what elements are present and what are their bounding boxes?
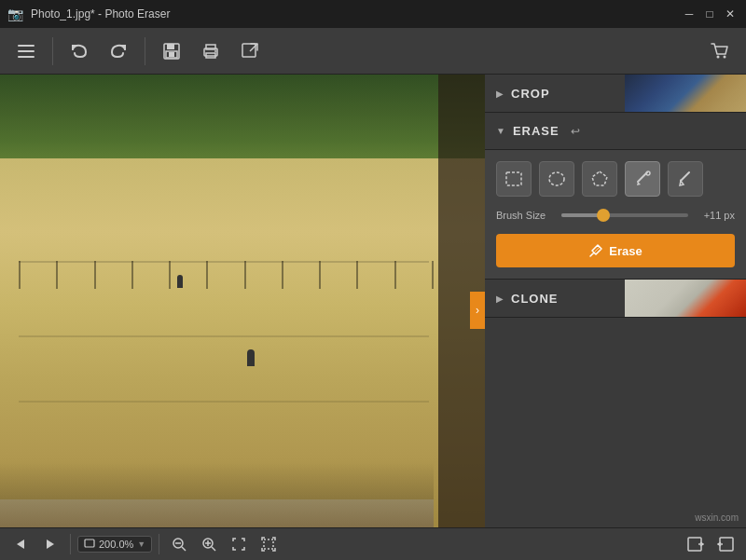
share-button[interactable] bbox=[233, 34, 267, 68]
brush-tool[interactable] bbox=[625, 161, 660, 197]
close-button[interactable]: ✕ bbox=[722, 6, 739, 22]
fit-screen-button[interactable] bbox=[226, 532, 252, 556]
brush-size-label: Brush Size bbox=[496, 210, 552, 221]
brush-size-row: Brush Size +11 px bbox=[496, 210, 735, 221]
crop-title: CROP bbox=[511, 87, 550, 101]
svg-point-18 bbox=[646, 171, 650, 175]
brush-size-value: +11 px bbox=[698, 210, 735, 221]
brush-slider[interactable] bbox=[561, 213, 688, 217]
svg-point-14 bbox=[724, 55, 726, 58]
maximize-button[interactable]: □ bbox=[701, 6, 718, 22]
polygon-lasso-tool[interactable] bbox=[582, 161, 617, 197]
erase-title: ERASE bbox=[513, 124, 560, 138]
menu-button[interactable] bbox=[9, 34, 43, 68]
window-controls: ─ □ ✕ bbox=[681, 6, 739, 22]
erase-button[interactable]: Erase bbox=[496, 234, 735, 267]
svg-marker-21 bbox=[17, 540, 24, 549]
next-frame-button[interactable] bbox=[37, 532, 63, 556]
brush-slider-container[interactable] bbox=[561, 213, 688, 217]
to-canvas-button[interactable] bbox=[683, 532, 709, 556]
svg-rect-0 bbox=[18, 45, 35, 47]
svg-line-12 bbox=[250, 44, 257, 51]
erase-arrow: ▼ bbox=[496, 126, 505, 136]
rect-select-tool[interactable] bbox=[496, 161, 532, 197]
svg-line-19 bbox=[681, 172, 689, 181]
save-button[interactable] bbox=[155, 34, 188, 68]
right-panel: ▶ CROP ▼ ERASE ↩ bbox=[485, 75, 746, 527]
svg-rect-23 bbox=[85, 540, 94, 547]
crop-section: ▶ CROP bbox=[485, 75, 746, 113]
brush-slider-thumb[interactable] bbox=[597, 209, 610, 222]
svg-marker-22 bbox=[47, 540, 54, 549]
tool-buttons-row bbox=[496, 161, 735, 197]
zoom-out-button[interactable] bbox=[166, 532, 192, 556]
bottom-separator-1 bbox=[70, 534, 71, 554]
zoom-in-button[interactable] bbox=[196, 532, 222, 556]
lasso-tool[interactable] bbox=[539, 161, 574, 197]
title-text: Photo_1.jpg* - Photo Eraser bbox=[31, 7, 170, 20]
svg-point-10 bbox=[214, 50, 216, 52]
erase-button-label: Erase bbox=[609, 244, 642, 258]
minimize-button[interactable]: ─ bbox=[681, 6, 698, 22]
clone-title: CLONE bbox=[511, 292, 559, 306]
svg-line-25 bbox=[182, 547, 186, 551]
app-icon: 📷 bbox=[7, 7, 23, 21]
clone-thumbnail bbox=[625, 280, 746, 317]
crop-header[interactable]: ▶ CROP bbox=[485, 75, 746, 112]
erase-button-icon bbox=[588, 243, 603, 258]
panel-scroll-arrow[interactable]: › bbox=[470, 292, 485, 329]
svg-rect-4 bbox=[167, 44, 174, 49]
erase-header[interactable]: ▼ ERASE ↩ bbox=[485, 113, 746, 150]
zoom-dropdown-arrow: ▼ bbox=[137, 540, 145, 549]
zoom-value: 200.0% bbox=[99, 539, 133, 550]
toolbar-separator-1 bbox=[52, 37, 53, 65]
fit-selection-button[interactable] bbox=[256, 532, 282, 556]
zoom-display[interactable]: 200.0% ▼ bbox=[77, 536, 152, 553]
erase-content: Brush Size +11 px Erase bbox=[485, 150, 746, 279]
svg-rect-6 bbox=[169, 52, 174, 57]
title-bar: 📷 Photo_1.jpg* - Photo Eraser ─ □ ✕ bbox=[0, 0, 746, 28]
toolbar bbox=[0, 28, 746, 75]
main-area: ▶ CROP ▼ ERASE ↩ bbox=[0, 75, 746, 527]
svg-line-28 bbox=[212, 547, 215, 551]
erase-section: ▼ ERASE ↩ bbox=[485, 113, 746, 280]
clone-header[interactable]: ▶ CLONE bbox=[485, 280, 746, 317]
crop-arrow: ▶ bbox=[496, 89, 504, 99]
from-canvas-button[interactable] bbox=[712, 532, 739, 556]
photo-display bbox=[0, 75, 485, 527]
clone-section: ▶ CLONE bbox=[485, 280, 746, 318]
erase-icon: ↩ bbox=[571, 125, 580, 138]
svg-point-16 bbox=[549, 172, 564, 185]
svg-rect-15 bbox=[506, 172, 521, 185]
bottom-toolbar: 200.0% ▼ bbox=[0, 527, 746, 560]
clone-arrow: ▶ bbox=[496, 294, 504, 304]
svg-rect-31 bbox=[264, 540, 273, 549]
toolbar-separator-2 bbox=[145, 37, 145, 65]
crop-thumbnail bbox=[625, 75, 746, 112]
redo-button[interactable] bbox=[102, 34, 135, 68]
prev-frame-button[interactable] bbox=[7, 532, 34, 556]
svg-rect-2 bbox=[18, 56, 35, 58]
zoom-display-icon bbox=[84, 539, 95, 550]
cart-button[interactable] bbox=[703, 34, 737, 68]
print-button[interactable] bbox=[194, 34, 228, 68]
panel-empty-space bbox=[485, 318, 746, 527]
brush-slider-track bbox=[561, 213, 600, 217]
title-bar-left: 📷 Photo_1.jpg* - Photo Eraser bbox=[7, 7, 170, 21]
watermark: wsxin.com bbox=[695, 512, 739, 523]
svg-rect-11 bbox=[242, 44, 256, 57]
svg-rect-1 bbox=[18, 50, 35, 52]
bottom-separator-2 bbox=[159, 534, 159, 554]
eraser-tool[interactable] bbox=[668, 161, 703, 197]
undo-button[interactable] bbox=[62, 34, 96, 68]
svg-point-13 bbox=[717, 55, 720, 58]
canvas-area[interactable] bbox=[0, 75, 485, 527]
svg-rect-8 bbox=[206, 45, 215, 49]
